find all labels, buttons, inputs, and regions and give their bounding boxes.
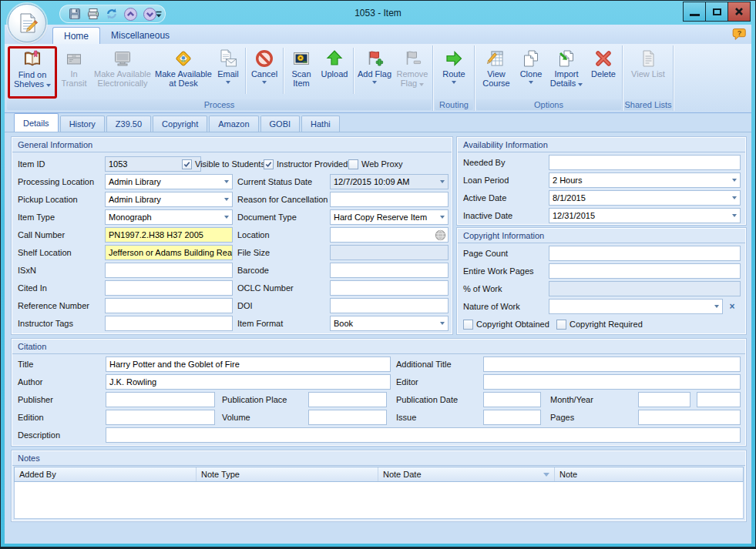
scan-item-button[interactable]: Scan Item	[285, 46, 318, 97]
upload-button[interactable]: Upload	[318, 46, 351, 97]
reference-number-field[interactable]	[105, 298, 233, 313]
year-field[interactable]	[697, 392, 741, 407]
add-flag-button[interactable]: Add Flag	[355, 46, 394, 97]
tab-details[interactable]: Details	[14, 113, 59, 132]
globe-icon[interactable]	[435, 229, 446, 243]
tab-gobi[interactable]: GOBI	[260, 115, 301, 132]
current-status-date-select[interactable]: 12/7/2015 10:09 AM	[330, 174, 449, 189]
column-header-note-type[interactable]: Note Type	[197, 467, 378, 481]
publication-place-field[interactable]	[308, 392, 387, 407]
tab-copyright[interactable]: Copyright	[153, 115, 207, 132]
instructor-tags-field[interactable]	[105, 316, 233, 331]
web-proxy-checkbox[interactable]	[348, 159, 358, 169]
barcode-label: Barcode	[237, 263, 269, 278]
percent-of-work-label: % of Work	[463, 281, 502, 296]
item-type-select[interactable]: Monograph	[105, 209, 233, 225]
column-header-added-by[interactable]: Added By	[15, 467, 197, 481]
barcode-field[interactable]	[330, 263, 449, 278]
application-menu-button[interactable]	[8, 4, 46, 42]
tab-amazon[interactable]: Amazon	[209, 115, 258, 132]
nature-of-work-select[interactable]	[549, 299, 723, 314]
tab-z3950[interactable]: Z39.50	[106, 115, 151, 132]
item-format-select[interactable]: Book	[330, 316, 449, 331]
month-field[interactable]	[638, 392, 690, 407]
publication-date-field[interactable]	[483, 392, 541, 407]
general-information-group: General Information Item ID 1053 Visible…	[12, 137, 452, 334]
route-button[interactable]: Route	[435, 46, 472, 97]
svg-text:?: ?	[738, 29, 742, 37]
tab-history[interactable]: History	[60, 115, 105, 132]
minimize-button[interactable]	[683, 2, 706, 22]
make-available-at-desk-button[interactable]: Make Available at Desk	[154, 46, 213, 97]
cancel-button[interactable]: Cancel	[247, 46, 281, 97]
processing-location-select[interactable]: Admin Library	[105, 174, 233, 189]
dropdown-caret-icon	[732, 179, 737, 182]
pickup-location-select[interactable]: Admin Library	[105, 192, 233, 207]
active-date-select[interactable]: 8/1/2015	[549, 190, 741, 206]
notes-group: Notes Added By Note Type Note Date Note	[12, 450, 746, 521]
active-date-label: Active Date	[463, 190, 506, 206]
cited-in-field[interactable]	[105, 280, 233, 296]
maximize-button[interactable]	[705, 2, 728, 22]
list-document-icon	[638, 49, 658, 69]
shelf-location-field[interactable]: Jefferson or Adams Building Readi	[105, 245, 233, 260]
oclc-number-field[interactable]	[330, 280, 449, 296]
volume-field[interactable]	[308, 410, 387, 425]
visible-to-students-checkbox[interactable]	[182, 159, 192, 169]
loan-period-select[interactable]: 2 Hours	[549, 172, 741, 188]
tab-hathi[interactable]: Hathi	[301, 115, 340, 132]
instructor-provided-checkbox[interactable]	[264, 159, 274, 169]
shelf-location-label: Shelf Location	[18, 245, 72, 260]
edition-field[interactable]	[106, 410, 215, 425]
delete-button[interactable]: Delete	[586, 46, 620, 97]
clone-button[interactable]: Clone	[516, 46, 546, 97]
needed-by-field[interactable]	[549, 155, 741, 170]
issue-field[interactable]	[483, 410, 541, 425]
entire-work-pages-field[interactable]	[549, 263, 741, 279]
location-field[interactable]	[330, 227, 449, 243]
copyright-information-group: Copyright Information Page Count Entire …	[457, 228, 746, 334]
additional-title-field[interactable]	[483, 357, 741, 372]
notes-table-body[interactable]	[14, 482, 744, 519]
document-tab-strip: Details History Z39.50 Copyright Amazon …	[5, 113, 751, 132]
publisher-field[interactable]	[106, 392, 215, 407]
ribbon: Find on Shelves In Transit Make Availabl…	[5, 44, 751, 113]
isxn-field[interactable]	[105, 263, 233, 278]
current-status-date-label: Current Status Date	[237, 174, 312, 189]
citation-group: Citation Title Harry Potter and the Gobl…	[12, 339, 746, 446]
call-number-field[interactable]: PN1997.2.H38 H37 2005	[105, 227, 233, 243]
close-button[interactable]	[727, 2, 751, 22]
reason-for-cancellation-label: Reason for Cancellation	[237, 192, 328, 207]
ribbon-tab-miscellaneous[interactable]: Miscellaneous	[100, 27, 180, 44]
find-on-shelves-button[interactable]: Find on Shelves	[8, 46, 57, 99]
ribbon-separator	[245, 48, 246, 94]
help-button[interactable]: ?	[732, 28, 747, 45]
copyright-obtained-checkbox[interactable]	[463, 320, 473, 330]
availability-information-group: Availability Information Needed By Loan …	[457, 137, 746, 225]
author-field[interactable]: J.K. Rowling	[106, 374, 391, 390]
copyright-required-checkbox[interactable]	[556, 320, 566, 330]
checkbox-label: Copyright Required	[570, 320, 643, 329]
instructor-provided-option: Instructor Provided	[264, 156, 348, 172]
inactive-date-select[interactable]: 12/31/2015	[549, 208, 741, 223]
title-field[interactable]: Harry Potter and the Goblet of Fire	[106, 357, 391, 372]
ribbon-group-label: Routing	[435, 99, 473, 110]
column-header-note[interactable]: Note	[555, 467, 743, 481]
visible-to-students-option: Visible to Students	[182, 156, 265, 172]
page-count-field[interactable]	[549, 246, 741, 261]
column-header-note-date[interactable]: Note Date	[378, 467, 555, 481]
titlebar: 1053 - Item	[2, 2, 754, 25]
group-title: General Information	[12, 138, 452, 152]
ribbon-tab-home[interactable]: Home	[52, 27, 100, 44]
editor-field[interactable]	[483, 374, 741, 390]
doi-field[interactable]	[330, 298, 449, 313]
clear-x-icon[interactable]: ×	[727, 299, 738, 314]
description-field[interactable]	[106, 427, 741, 443]
email-button[interactable]: Email	[213, 46, 244, 97]
pages-field[interactable]	[638, 410, 741, 425]
reason-for-cancellation-field[interactable]	[330, 192, 449, 207]
document-type-select[interactable]: Hard Copy Reserve Item	[330, 209, 449, 225]
import-details-button[interactable]: Import Details	[546, 46, 586, 97]
view-course-button[interactable]: View Course	[477, 46, 516, 97]
copyright-required-option: Copyright Required	[556, 316, 643, 332]
